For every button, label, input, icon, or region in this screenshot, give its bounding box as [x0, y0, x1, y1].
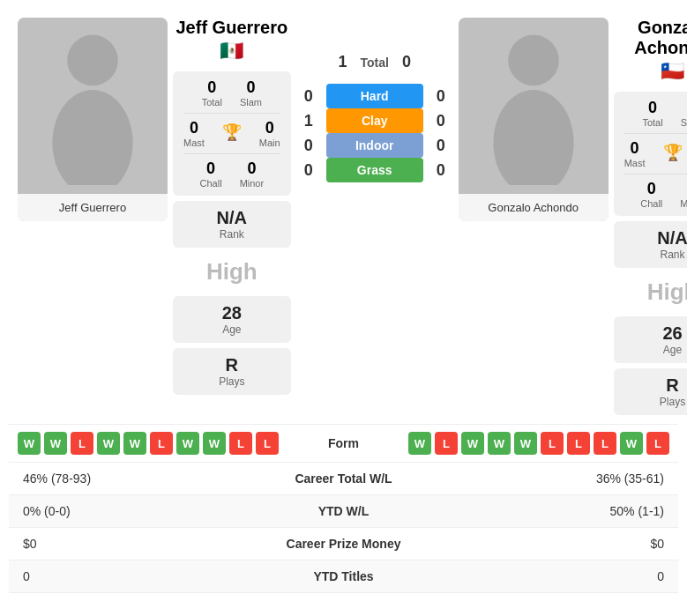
left-plays-box: R Plays [173, 348, 291, 395]
form-badge-w: W [514, 432, 537, 455]
right-trophy-icon: 🏆 [663, 139, 683, 168]
left-stats-grid: 0 Total 0 Slam 0 Mast [173, 71, 291, 196]
surface-rows: 0 Hard 0 1 Clay 0 0 Indoor 0 0 Grass 0 [298, 84, 452, 182]
right-rank-box: N/A Rank [614, 221, 687, 268]
right-avatar-silhouette [459, 18, 609, 194]
form-badge-l: L [150, 432, 173, 455]
grass-badge: Grass [326, 158, 423, 182]
form-badge-w: W [44, 432, 67, 455]
form-badge-l: L [594, 432, 616, 455]
form-badge-w: W [97, 432, 120, 455]
form-badge-w: W [620, 432, 643, 455]
svg-point-0 [67, 35, 118, 86]
form-badge-l: L [567, 432, 590, 455]
right-minor-lbl: Minor [680, 198, 687, 209]
form-label: Form [309, 436, 379, 450]
left-avatar-silhouette [18, 18, 168, 194]
form-badge-w: W [203, 432, 226, 455]
left-rank-lbl: Rank [183, 228, 280, 241]
left-main-lbl: Main [259, 137, 280, 148]
left-mast-lbl: Mast [183, 137, 205, 148]
left-trophy-icon: 🏆 [222, 119, 242, 148]
right-plays-lbl: Plays [624, 396, 687, 408]
right-clay-count: 0 [430, 112, 452, 130]
center-column: 1 Total 0 0 Hard 0 1 Clay 0 0 Indoor 0 0… [298, 18, 452, 182]
right-rank-val: N/A [624, 228, 687, 249]
right-player-top-info: Gonzalo Achondo 🇨🇱 [614, 18, 687, 86]
right-total-lbl: Total [642, 117, 662, 128]
left-minor-val: 0 [247, 160, 256, 178]
left-player-name-below: Jeff Guerrero [18, 194, 168, 221]
left-plays-val: R [183, 355, 280, 375]
stats-left-2: $0 [23, 537, 256, 551]
left-main-stat: 0 Main [259, 119, 280, 148]
left-grass-count: 0 [298, 161, 319, 180]
form-badge-w: W [123, 432, 146, 455]
form-section: WWLWWLWWLL Form WLWWWLLLWL [9, 424, 678, 463]
right-mast-lbl: Mast [624, 158, 646, 168]
surface-row-grass: 0 Grass 0 [298, 158, 452, 182]
right-total-count: 0 [396, 53, 417, 71]
left-chall-val: 0 [206, 160, 215, 178]
left-player-top-info: Jeff Guerrero 🇲🇽 [173, 18, 291, 66]
form-badge-l: L [541, 432, 564, 455]
form-badge-l: L [256, 432, 279, 455]
stats-rows: 46% (78-93) Career Total W/L 36% (35-61)… [9, 463, 678, 593]
left-hard-count: 0 [298, 87, 319, 106]
right-stats-column: Gonzalo Achondo 🇨🇱 0 Total 0 Slam [614, 18, 687, 415]
surface-row-hard: 0 Hard 0 [298, 84, 452, 108]
left-avatar-box: Jeff Guerrero [18, 18, 168, 221]
left-high-label: High [173, 253, 291, 291]
right-slam-lbl: Slam [681, 117, 687, 128]
left-main-val: 0 [265, 119, 274, 137]
right-chall-lbl: Chall [640, 198, 662, 209]
comparison-container: Jeff Guerrero Jeff Guerrero 🇲🇽 0 Total [0, 0, 687, 602]
stats-label-3: YTD Titles [256, 569, 432, 583]
left-slam-val: 0 [246, 78, 255, 97]
left-minor-lbl: Minor [240, 178, 265, 189]
right-hard-count: 0 [430, 87, 452, 106]
form-badge-w: W [18, 432, 41, 455]
svg-point-2 [508, 35, 559, 86]
left-age-lbl: Age [183, 323, 280, 336]
stats-row-2: $0 Career Prize Money $0 [9, 528, 678, 560]
right-avatar-box: Gonzalo Achondo [459, 18, 609, 221]
right-form-badges: WLWWWLLLWL [379, 432, 670, 455]
left-age-val: 28 [183, 303, 280, 323]
stats-row-3: 0 YTD Titles 0 [9, 560, 678, 593]
right-minor-stat: 0 Minor [680, 180, 687, 209]
left-flag: 🇲🇽 [220, 40, 243, 63]
right-total-val: 0 [648, 99, 657, 117]
left-stats-row2: 0 Mast 🏆 0 Main [183, 119, 280, 148]
stats-row-1: 0% (0-0) YTD W/L 50% (1-1) [9, 495, 678, 528]
right-player-name-below: Gonzalo Achondo [459, 194, 609, 221]
form-badge-l: L [435, 432, 458, 455]
right-plays-val: R [624, 375, 687, 396]
stats-left-0: 46% (78-93) [23, 471, 256, 486]
right-indoor-count: 0 [430, 137, 452, 155]
left-rank-box: N/A Rank [173, 201, 291, 248]
right-rank-lbl: Rank [624, 249, 687, 261]
right-age-box: 26 Age [614, 316, 687, 363]
stats-right-1: 50% (1-1) [432, 504, 665, 518]
left-avatar-svg [40, 26, 146, 185]
right-chall-stat: 0 Chall [640, 180, 662, 209]
right-avatar-svg [481, 26, 586, 185]
left-minor-stat: 0 Minor [240, 160, 265, 189]
right-player-name-title: Gonzalo Achondo [614, 18, 687, 58]
left-stats-row3: 0 Chall 0 Minor [183, 160, 280, 189]
left-total-lbl: Total [202, 97, 222, 108]
right-mast-stat: 0 Mast [624, 139, 646, 168]
left-chall-stat: 0 Chall [200, 160, 222, 189]
surface-row-indoor: 0 Indoor 0 [298, 133, 452, 158]
left-plays-lbl: Plays [183, 375, 280, 388]
right-player-section: Gonzalo Achondo 🇨🇱 0 Total 0 Slam [459, 18, 687, 415]
main-players-row: Jeff Guerrero Jeff Guerrero 🇲🇽 0 Total [9, 9, 678, 424]
surface-row-clay: 1 Clay 0 [298, 108, 452, 133]
form-badge-w: W [408, 432, 431, 455]
left-player-section: Jeff Guerrero Jeff Guerrero 🇲🇽 0 Total [18, 18, 291, 395]
right-slam-stat: 0 Slam [681, 99, 687, 128]
left-player-name-title: Jeff Guerrero [175, 18, 287, 38]
stats-right-2: $0 [432, 537, 665, 551]
left-rank-val: N/A [183, 208, 280, 228]
